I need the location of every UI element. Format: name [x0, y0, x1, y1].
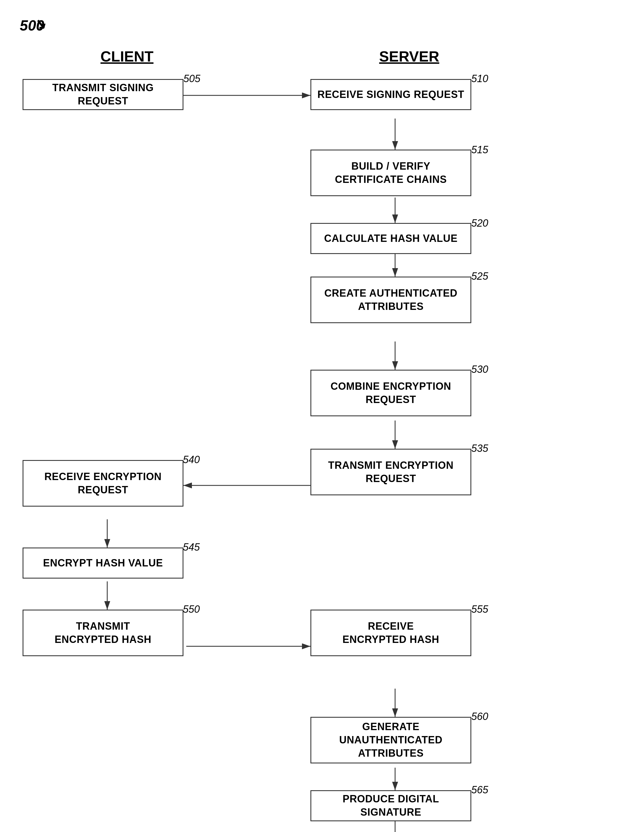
step-515: BUILD / VERIFY CERTIFICATE CHAINS — [310, 150, 471, 196]
step-555: RECEIVE ENCRYPTED HASH — [310, 610, 471, 656]
step-505-label: 505 — [184, 73, 200, 85]
step-525: CREATE AUTHENTICATED ATTRIBUTES — [310, 277, 471, 323]
step-565: PRODUCE DIGITAL SIGNATURE — [310, 790, 471, 821]
step-560: GENERATE UNAUTHENTICATED ATTRIBUTES — [310, 717, 471, 763]
step-550: TRANSMIT ENCRYPTED HASH — [22, 610, 184, 656]
step-510: RECEIVE SIGNING REQUEST — [310, 79, 471, 110]
step-540: RECEIVE ENCRYPTION REQUEST — [22, 460, 184, 507]
step-535: TRANSMIT ENCRYPTION REQUEST — [310, 449, 471, 495]
step-535-label: 535 — [471, 443, 488, 454]
diagram-container: 500 ↘ CLIENT SERVER — [0, 0, 644, 832]
step-530: COMBINE ENCRYPTION REQUEST — [310, 370, 471, 416]
client-header: CLIENT — [56, 48, 198, 65]
server-header: SERVER — [339, 48, 480, 65]
step-565-label: 565 — [471, 784, 488, 796]
step-505: TRANSMIT SIGNING REQUEST — [22, 79, 184, 110]
arrow-label: ↘ — [33, 16, 46, 32]
step-525-label: 525 — [471, 270, 488, 282]
step-545: ENCRYPT HASH VALUE — [22, 547, 184, 579]
step-545-label: 545 — [183, 541, 200, 553]
step-520-label: 520 — [471, 217, 488, 229]
step-555-label: 555 — [471, 603, 488, 615]
step-515-label: 515 — [471, 144, 488, 156]
step-540-label: 540 — [183, 454, 200, 466]
step-560-label: 560 — [471, 710, 488, 723]
step-520: CALCULATE HASH VALUE — [310, 223, 471, 254]
step-550-label: 550 — [183, 603, 200, 615]
step-510-label: 510 — [471, 73, 488, 85]
step-530-label: 530 — [471, 363, 488, 375]
